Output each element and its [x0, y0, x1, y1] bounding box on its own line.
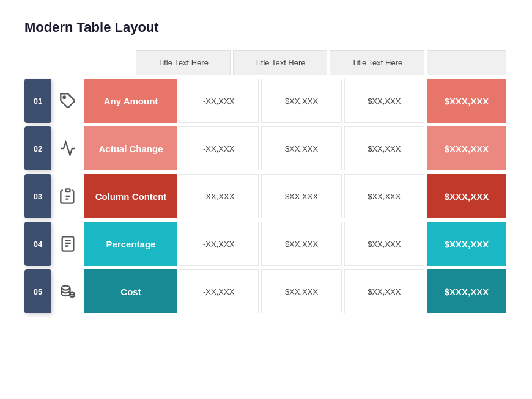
row-label: Cost: [84, 269, 177, 313]
table-body: 01 Any Amount -XX,XXX $XX,XXX $XX,XXX $X…: [24, 79, 508, 313]
row-val1: -XX,XXX: [179, 79, 259, 123]
table-row: 04 Percentage -XX,XXX $XX,XXX $XX,XXX $X…: [24, 222, 508, 266]
row-label: Column Content: [84, 174, 177, 218]
row-data-cells: -XX,XXX $XX,XXX $XX,XXX $XXX,XXX: [177, 126, 508, 170]
row-val1: -XX,XXX: [179, 126, 259, 170]
header-col3: Title Text Here: [330, 50, 424, 75]
row-val3: $XX,XXX: [344, 126, 424, 170]
row-total: $XXX,XXX: [427, 126, 506, 170]
row-label: Percentage: [84, 222, 177, 266]
row-total: $XXX,XXX: [427, 174, 506, 218]
table-row: 05 Cost -XX,XXX $XX,XXX $XX,XXX $XXX,XXX: [24, 269, 508, 313]
header-col1: Title Text Here: [136, 50, 231, 75]
header-col2: Title Text Here: [233, 50, 328, 75]
row-val3: $XX,XXX: [344, 174, 424, 218]
row-number: 01: [24, 79, 51, 123]
row-val2: $XX,XXX: [261, 222, 341, 266]
row-val2: $XX,XXX: [261, 269, 341, 313]
row-number: 05: [24, 269, 51, 313]
row-val3: $XX,XXX: [344, 222, 424, 266]
row-total: $XXX,XXX: [427, 79, 506, 123]
row-val2: $XX,XXX: [261, 126, 341, 170]
row-val2: $XX,XXX: [261, 79, 341, 123]
row-icon-tag: [51, 79, 84, 123]
row-val3: $XX,XXX: [344, 79, 424, 123]
row-icon-chart: [51, 126, 84, 170]
svg-point-3: [62, 286, 70, 290]
table-row: 02 Actual Change -XX,XXX $XX,XXX $XX,XXX…: [24, 126, 508, 170]
svg-point-0: [63, 96, 65, 98]
row-data-cells: -XX,XXX $XX,XXX $XX,XXX $XXX,XXX: [177, 79, 508, 123]
header-col-total: [427, 50, 506, 75]
row-data-cells: -XX,XXX $XX,XXX $XX,XXX $XXX,XXX: [177, 269, 508, 313]
row-data-cells: -XX,XXX $XX,XXX $XX,XXX $XXX,XXX: [177, 174, 508, 218]
table-row: 01 Any Amount -XX,XXX $XX,XXX $XX,XXX $X…: [24, 79, 508, 123]
row-val1: -XX,XXX: [179, 222, 259, 266]
row-icon-clipboard: [51, 174, 84, 218]
table-row: 03 Column Content -XX,XXX $XX,XXX $XX,XX…: [24, 174, 508, 218]
row-val1: -XX,XXX: [179, 174, 259, 218]
row-icon-document: [51, 222, 84, 266]
row-number: 02: [24, 126, 51, 170]
table-header: Title Text Here Title Text Here Title Te…: [135, 50, 508, 75]
row-data-cells: -XX,XXX $XX,XXX $XX,XXX $XXX,XXX: [177, 222, 508, 266]
row-val1: -XX,XXX: [179, 269, 259, 313]
row-total: $XXX,XXX: [427, 222, 506, 266]
svg-rect-1: [66, 189, 70, 192]
row-val3: $XX,XXX: [344, 269, 424, 313]
table-wrapper: Title Text Here Title Text Here Title Te…: [24, 50, 508, 313]
row-label: Actual Change: [84, 126, 177, 170]
row-label: Any Amount: [84, 79, 177, 123]
page-title: Modern Table Layout: [24, 20, 508, 35]
row-icon-coins: [51, 269, 84, 313]
row-number: 03: [24, 174, 51, 218]
row-number: 04: [24, 222, 51, 266]
row-total: $XXX,XXX: [427, 269, 506, 313]
row-val2: $XX,XXX: [261, 174, 341, 218]
